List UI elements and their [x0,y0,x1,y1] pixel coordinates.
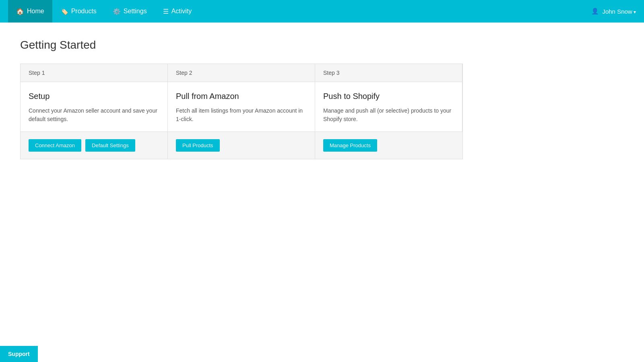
step3-footer: Manage Products [315,132,462,159]
user-menu[interactable]: 👤 John Snow [591,8,636,15]
connect-amazon-button[interactable]: Connect Amazon [29,139,81,152]
step2-label: Step 2 [176,70,192,76]
step1-body: Setup Connect your Amazon seller account… [21,82,168,132]
products-icon: 🏷️ [60,8,68,15]
step1-footer: Connect Amazon Default Settings [21,132,168,159]
step2-footer: Pull Products [168,132,315,159]
step2-description: Fetch all item listings from your Amazon… [176,107,307,123]
home-icon: 🏠 [16,8,24,15]
step2-header: Step 2 [168,64,315,82]
step3-body: Push to Shopify Manage and push all (or … [315,82,462,132]
step1-header: Step 1 [21,64,168,82]
nav-item-home[interactable]: 🏠 Home [8,0,52,23]
nav-item-products[interactable]: 🏷️ Products [52,0,105,23]
navbar: 🏠 Home 🏷️ Products ⚙️ Settings ☰ Activit… [0,0,644,23]
steps-container: Step 1 Step 2 Step 3 Setup Connect your … [20,64,463,159]
settings-icon: ⚙️ [113,8,121,15]
pull-products-button[interactable]: Pull Products [176,139,220,152]
page-title: Getting Started [20,39,624,51]
step1-description: Connect your Amazon seller account and s… [29,107,159,123]
activity-icon: ☰ [163,8,169,15]
step1-title: Setup [29,92,159,101]
step3-header: Step 3 [315,64,462,82]
nav-item-activity[interactable]: ☰ Activity [155,0,200,23]
step1-label: Step 1 [29,70,45,76]
support-button[interactable]: Support [0,346,38,362]
step2-title: Pull from Amazon [176,92,307,101]
user-icon: 👤 [591,8,599,15]
step3-title: Push to Shopify [323,92,454,101]
nav-label-home: Home [27,8,44,15]
step3-description: Manage and push all (or selective) produ… [323,107,454,123]
nav-label-settings: Settings [124,8,147,15]
default-settings-button[interactable]: Default Settings [85,139,135,152]
nav-item-settings[interactable]: ⚙️ Settings [105,0,155,23]
step3-label: Step 3 [323,70,339,76]
step2-body: Pull from Amazon Fetch all item listings… [168,82,315,132]
nav-label-products: Products [71,8,97,15]
manage-products-button[interactable]: Manage Products [323,139,377,152]
user-name: John Snow [602,8,636,15]
nav-label-activity: Activity [171,8,192,15]
nav-left: 🏠 Home 🏷️ Products ⚙️ Settings ☰ Activit… [8,0,200,23]
main-content: Getting Started Step 1 Step 2 Step 3 Set… [0,23,644,175]
